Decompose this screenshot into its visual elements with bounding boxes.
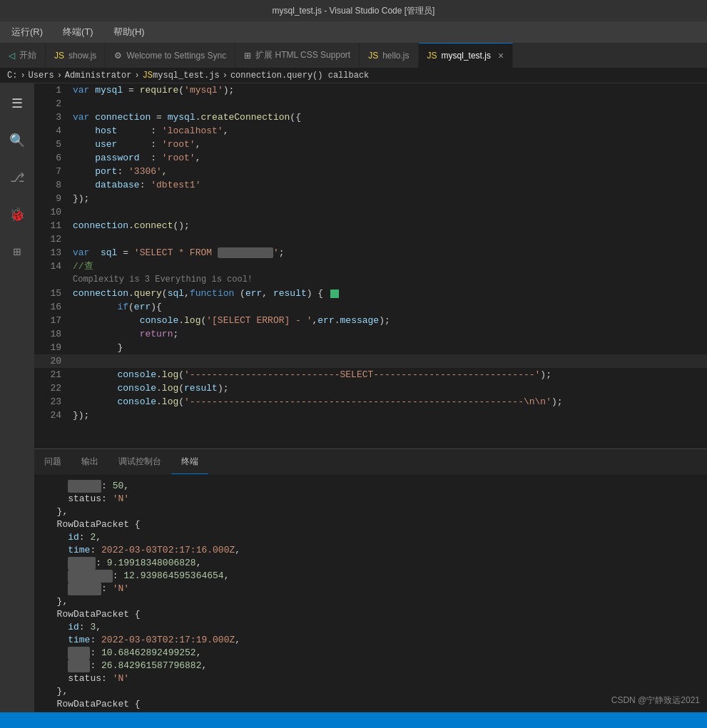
menu-run[interactable]: 运行(R) xyxy=(7,24,47,40)
code-line-10: 10 xyxy=(34,205,707,219)
tab-label-mysql: mysql_test.js xyxy=(442,51,491,61)
tab-label-start: 开始 xyxy=(19,49,36,61)
code-line-11: 11 connection.connect(); xyxy=(34,219,707,232)
menu-bar: 运行(R) 终端(T) 帮助(H) xyxy=(0,21,707,43)
tab-start[interactable]: ◁ 开始 xyxy=(0,43,46,68)
tab-icon-hello: JS xyxy=(368,51,378,61)
terminal-line: : 10.68462892499252, xyxy=(46,647,696,660)
terminal-line: status: 'N' xyxy=(46,672,696,685)
code-line-13: 13 var sql = 'SELECT * FROM '; xyxy=(34,246,707,260)
terminal-line: }, xyxy=(46,685,696,698)
panel-tabs: 问题 输出 调试控制台 终端 xyxy=(34,449,707,474)
breadcrumb: C: › Users › Administrator › JS mysql_te… xyxy=(0,68,707,83)
code-line-18: 18 return; xyxy=(34,327,707,341)
tab-settings[interactable]: ⚙ Welcome to Settings Sync xyxy=(106,43,235,68)
panel-tab-debug[interactable]: 调试控制台 xyxy=(108,449,171,474)
watermark-text: CSDN @宁静致远2021 xyxy=(611,695,700,705)
panel-area: 问题 输出 调试控制台 终端 : 50, status: 'N' }, RowD… xyxy=(34,448,707,712)
code-line-1: 1 var mysql = require('mysql'); xyxy=(34,83,707,97)
menu-terminal[interactable]: 终端(T) xyxy=(59,24,98,40)
sidebar-btn-search[interactable]: 🔍 xyxy=(0,123,34,158)
code-line-7: 7 port: '3306', xyxy=(34,165,707,178)
code-line-21: 21 console.log('------------------------… xyxy=(34,368,707,381)
panel-tab-problems[interactable]: 问题 xyxy=(34,449,71,474)
code-line-3: 3 var connection = mysql.createConnectio… xyxy=(34,111,707,124)
tab-icon-html-css: ⊞ xyxy=(244,51,251,61)
terminal-line: time: 2022-03-03T02:17:19.000Z, xyxy=(46,634,696,647)
tab-show[interactable]: JS show.js xyxy=(46,43,106,68)
terminal-line: RowDataPacket { xyxy=(46,518,696,531)
terminal-line: : 9.19918348006828, xyxy=(46,557,696,570)
main-layout: ☰ 🔍 ⎇ 🐞 ⊞ 1 var mysql = require('mysql')… xyxy=(0,83,707,712)
terminal-line: : 'N' xyxy=(46,583,696,595)
tab-close-mysql[interactable]: × xyxy=(498,50,504,61)
tab-icon-settings: ⚙ xyxy=(114,51,122,61)
code-line-4: 4 host : 'localhost', xyxy=(34,124,707,138)
code-line-22: 22 console.log(result); xyxy=(34,381,707,395)
tab-bar: ◁ 开始 JS show.js ⚙ Welcome to Settings Sy… xyxy=(0,43,707,68)
code-line-15: 15 connection.query(sql,function (err, r… xyxy=(34,287,707,300)
code-lines: 1 var mysql = require('mysql'); 2 3 var … xyxy=(34,83,707,448)
sidebar: ☰ 🔍 ⎇ 🐞 ⊞ xyxy=(0,83,34,712)
tab-label-show: show.js xyxy=(68,51,96,61)
content-area: 1 var mysql = require('mysql'); 2 3 var … xyxy=(34,83,707,712)
terminal-line: : 26.842961587796882, xyxy=(46,660,696,672)
code-line-19: 19 } xyxy=(34,341,707,354)
terminal-line: RowDataPacket { xyxy=(46,698,696,711)
code-line-16: 16 if(err){ xyxy=(34,300,707,314)
code-line-20: 20 xyxy=(34,354,707,368)
tab-icon-start: ◁ xyxy=(9,51,15,61)
tab-icon-mysql: JS xyxy=(427,51,437,61)
title-bar: mysql_test.js - Visual Studio Code [管理员] xyxy=(0,0,707,21)
code-line-8: 8 database: 'dbtest1' xyxy=(34,178,707,192)
code-line-14: 14 //查 xyxy=(34,260,707,273)
tab-mysql[interactable]: JS mysql_test.js × xyxy=(419,43,514,68)
csdn-watermark: CSDN @宁静致远2021 xyxy=(611,694,700,707)
tab-html-css[interactable]: ⊞ 扩展 HTML CSS Support xyxy=(235,43,360,68)
terminal-line: }, xyxy=(46,506,696,518)
terminal-line: id: 2, xyxy=(46,531,696,544)
terminal-output: : 50, status: 'N' }, RowDataPacket { id:… xyxy=(34,474,707,712)
code-line-24: 24 }); xyxy=(34,409,707,422)
terminal-line: : 50, xyxy=(46,480,696,493)
tab-hello[interactable]: JS hello.js xyxy=(360,43,418,68)
code-line-12: 12 xyxy=(34,232,707,246)
tab-label-settings: Welcome to Settings Sync xyxy=(126,51,226,61)
code-line-23: 23 console.log('------------------------… xyxy=(34,395,707,409)
status-bar xyxy=(0,712,707,728)
code-line-9: 9 }); xyxy=(34,192,707,205)
terminal-line: status: 'N' xyxy=(46,493,696,506)
panel-tab-terminal[interactable]: 终端 xyxy=(171,449,208,474)
code-line-5: 5 user : 'root', xyxy=(34,138,707,151)
terminal-line: RowDataPacket { xyxy=(46,608,696,621)
sidebar-btn-debug[interactable]: 🐞 xyxy=(0,198,34,232)
code-editor[interactable]: 1 var mysql = require('mysql'); 2 3 var … xyxy=(34,83,707,448)
code-line-6: 6 password : 'root', xyxy=(34,151,707,165)
terminal-line: id: 3, xyxy=(46,621,696,634)
terminal-line: }, xyxy=(46,595,696,608)
code-line-complexity: Complexity is 3 Everything is cool! xyxy=(34,273,707,287)
terminal-line: time: 2022-03-03T02:17:16.000Z, xyxy=(46,544,696,557)
sidebar-btn-git[interactable]: ⎇ xyxy=(0,160,34,195)
code-line-17: 17 console.log('[SELECT ERROR] - ',err.m… xyxy=(34,314,707,327)
code-line-2: 2 xyxy=(34,97,707,111)
sidebar-btn-explorer[interactable]: ☰ xyxy=(0,86,34,121)
tab-label-html-css: 扩展 HTML CSS Support xyxy=(255,49,350,61)
panel-tab-output[interactable]: 输出 xyxy=(71,449,108,474)
terminal-line: : 12.939864595364654, xyxy=(46,570,696,583)
sidebar-btn-extensions[interactable]: ⊞ xyxy=(0,235,34,269)
title-bar-text: mysql_test.js - Visual Studio Code [管理员] xyxy=(273,5,435,17)
menu-help[interactable]: 帮助(H) xyxy=(109,24,149,40)
tab-label-hello: hello.js xyxy=(382,51,409,61)
tab-icon-show: JS xyxy=(54,51,64,61)
